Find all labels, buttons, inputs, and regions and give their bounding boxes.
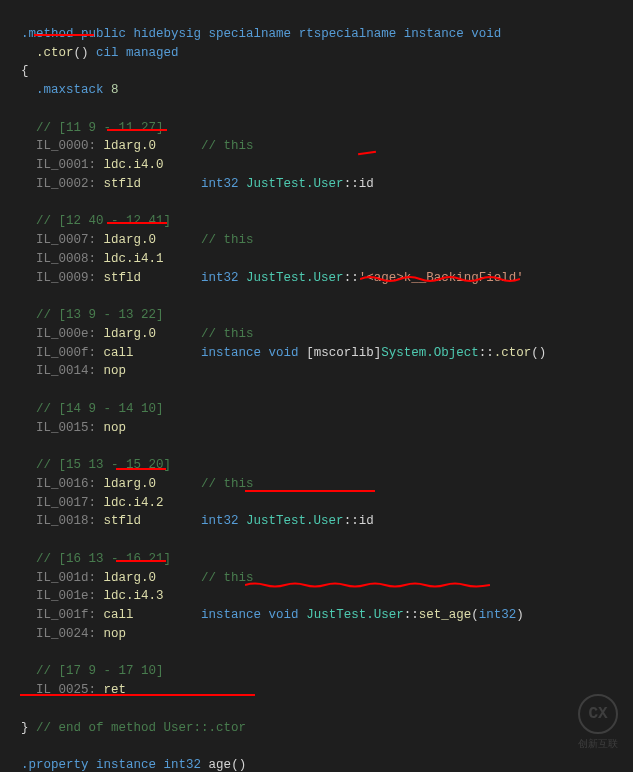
watermark-text: 创新互联 [578,737,618,752]
line: .method public hidebysig specialname rts… [6,27,546,772]
watermark: CX 创新互联 [578,694,618,752]
code-block: .method public hidebysig specialname rts… [6,6,627,772]
watermark-logo-icon: CX [578,694,618,734]
